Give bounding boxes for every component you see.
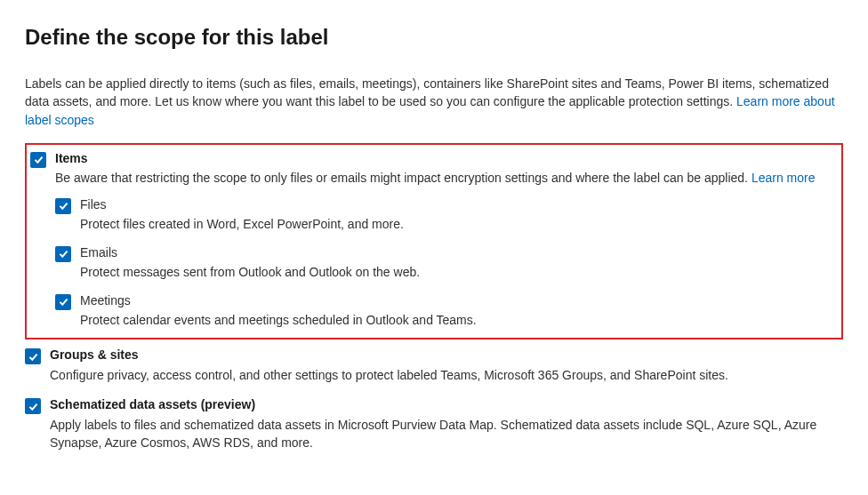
groups-checkbox[interactable] bbox=[25, 348, 41, 364]
schematized-checkbox[interactable] bbox=[25, 398, 41, 414]
items-learn-more-link[interactable]: Learn more bbox=[751, 171, 816, 185]
emails-checkbox[interactable] bbox=[55, 246, 71, 262]
option-groups-sites: Groups & sites Configure privacy, access… bbox=[25, 347, 843, 384]
groups-label: Groups & sites bbox=[50, 347, 843, 364]
items-highlight-box: Items Be aware that restricting the scop… bbox=[25, 143, 843, 340]
option-schematized: Schematized data assets (preview) Apply … bbox=[25, 396, 843, 451]
meetings-desc: Protect calendar events and meetings sch… bbox=[80, 311, 834, 329]
files-desc: Protect files created in Word, Excel Pow… bbox=[80, 215, 834, 233]
checkmark-icon bbox=[33, 154, 44, 165]
files-label: Files bbox=[80, 196, 834, 214]
emails-desc: Protect messages sent from Outlook and O… bbox=[80, 263, 834, 281]
checkmark-icon bbox=[58, 248, 69, 259]
checkmark-icon bbox=[28, 401, 39, 412]
sub-option-emails: Emails Protect messages sent from Outloo… bbox=[55, 244, 834, 282]
meetings-checkbox[interactable] bbox=[55, 294, 71, 310]
intro-text: Labels can be applied directly to items … bbox=[25, 75, 843, 129]
checkmark-icon bbox=[58, 296, 69, 307]
meetings-label: Meetings bbox=[80, 292, 834, 310]
items-desc: Be aware that restricting the scope to o… bbox=[55, 169, 834, 187]
sub-option-files: Files Protect files created in Word, Exc… bbox=[55, 196, 834, 234]
schematized-label: Schematized data assets (preview) bbox=[50, 396, 843, 414]
page-title: Define the scope for this label bbox=[25, 25, 843, 50]
checkmark-icon bbox=[28, 351, 39, 363]
files-checkbox[interactable] bbox=[55, 198, 71, 214]
checkmark-icon bbox=[58, 200, 69, 212]
groups-desc: Configure privacy, access control, and o… bbox=[50, 366, 843, 384]
option-items: Items Be aware that restricting the scop… bbox=[30, 150, 834, 331]
intro-body: Labels can be applied directly to items … bbox=[25, 76, 829, 108]
sub-option-meetings: Meetings Protect calendar events and mee… bbox=[55, 292, 834, 330]
emails-label: Emails bbox=[80, 244, 834, 262]
items-label: Items bbox=[55, 150, 834, 168]
items-checkbox[interactable] bbox=[30, 152, 46, 168]
items-sub-list: Files Protect files created in Word, Exc… bbox=[55, 196, 834, 330]
schematized-desc: Apply labels to files and schematized da… bbox=[50, 416, 843, 452]
